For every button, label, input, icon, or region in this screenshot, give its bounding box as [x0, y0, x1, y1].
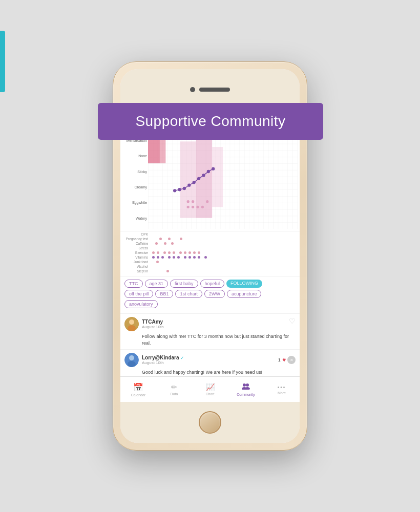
dot: [159, 238, 162, 240]
dot: [193, 256, 196, 259]
svg-point-24: [128, 325, 136, 331]
dot: [152, 256, 155, 259]
tag-bb1[interactable]: BB1: [155, 290, 173, 298]
avatar-ttcamy: [124, 317, 139, 331]
svg-point-6: [187, 206, 190, 208]
tab-data[interactable]: ✏ Data: [156, 383, 192, 396]
dot: [184, 256, 186, 259]
dot: [198, 251, 200, 254]
post-text-1: Follow along with me! TTC for 3 months n…: [142, 333, 296, 346]
dot: [173, 256, 175, 259]
dot: [184, 251, 186, 254]
post-meta-2: Lorry@Kindara ✓ August 10th: [142, 355, 275, 365]
calendar-icon: 📅: [133, 382, 143, 392]
tags-row-2: off the pill BB1 1st chart 2WW acupunctu…: [124, 290, 296, 298]
svg-point-28: [243, 383, 246, 387]
dot: [163, 251, 166, 254]
label-none: None: [123, 154, 147, 158]
purple-banner: Supportive Community: [98, 103, 323, 140]
tab-more[interactable]: ••• More: [264, 385, 300, 395]
date-2: August 10th: [142, 360, 275, 365]
svg-point-12: [206, 200, 208, 203]
dot: [168, 238, 171, 240]
tab-bar: 📅 Calendar ✏ Data 📈 Chart: [120, 376, 300, 402]
post-text-2: Good luck and happy charting! We are her…: [142, 369, 296, 376]
dot: [164, 242, 166, 245]
pregnancy-label: Pregnancy test: [122, 237, 148, 241]
tag-1st-chart[interactable]: 1st chart: [175, 290, 202, 298]
dot: [157, 256, 159, 259]
stress-row: Stress: [122, 246, 298, 250]
post-header-2: Lorry@Kindara ✓ August 10th 1 ♥ ✕: [124, 353, 296, 367]
caffeine-row: Caffeine: [122, 242, 298, 245]
tag-ttc[interactable]: TTC: [124, 280, 143, 288]
label-sticky: Sticky: [123, 170, 147, 174]
alcohol-label: Alcohol: [122, 265, 148, 268]
svg-point-9: [192, 200, 194, 203]
dot: [161, 256, 164, 259]
home-button[interactable]: [199, 411, 221, 434]
dot: [198, 256, 200, 259]
tag-hopeful[interactable]: hopeful: [200, 280, 225, 288]
tag-off-pill[interactable]: off the pill: [124, 290, 153, 298]
dot: [179, 251, 182, 254]
chart-icon: 📈: [206, 383, 215, 391]
following-button[interactable]: FOLLOWING: [226, 280, 262, 288]
svg-point-29: [246, 383, 249, 387]
sleptin-row: Slept in: [122, 269, 298, 273]
tag-age[interactable]: age 31: [145, 280, 169, 288]
tag-first-baby[interactable]: first baby: [170, 280, 198, 288]
username-1: TTCAmy: [142, 319, 286, 325]
tag-acupuncture[interactable]: acupuncture: [227, 290, 262, 298]
tab-chart[interactable]: 📈 Chart: [192, 383, 228, 396]
exercise-row: Exercise: [122, 251, 298, 254]
dot: [188, 256, 191, 259]
label-creamy: Creamy: [123, 185, 147, 189]
community-icon: [241, 382, 250, 392]
data-dots-section: OPK Pregnancy test Caffeine: [120, 231, 300, 276]
caffeine-label: Caffeine: [122, 242, 148, 245]
dot: [188, 251, 191, 254]
heart-icon-1[interactable]: ♡: [289, 317, 296, 325]
dot: [168, 251, 171, 254]
tab-calendar[interactable]: 📅 Calendar: [120, 382, 156, 397]
tag-2ww[interactable]: 2WW: [204, 290, 225, 298]
svg-point-27: [128, 361, 136, 367]
tab-data-label: Data: [171, 392, 178, 396]
dot: [152, 251, 155, 254]
svg-point-23: [129, 319, 134, 325]
tags-row-3: anovulatory: [124, 300, 296, 308]
heart-filled-icon[interactable]: ♥: [282, 356, 286, 364]
vitamins-row: Vitamins: [122, 255, 298, 259]
tag-anovulatory[interactable]: anovulatory: [124, 300, 158, 308]
dot: [193, 251, 196, 254]
close-button[interactable]: ✕: [287, 356, 296, 364]
svg-point-11: [201, 206, 204, 208]
pregnancy-row: Pregnancy test: [122, 237, 298, 241]
post-meta-1: TTCAmy August 10th: [142, 319, 286, 329]
teal-accent: [0, 31, 5, 92]
stress-label: Stress: [122, 246, 148, 250]
label-eggwhite: Eggwhite: [123, 201, 147, 205]
alcohol-row: Alcohol: [122, 265, 298, 268]
tab-calendar-label: Calendar: [131, 393, 145, 397]
banner-text: Supportive Community: [135, 113, 285, 130]
tab-community-label: Community: [237, 393, 255, 396]
svg-rect-4: [196, 136, 212, 218]
dot: [204, 256, 207, 259]
svg-point-8: [187, 200, 190, 203]
phone-screen: ‹ TTCAmy's chart MY CHARTS Menstruation …: [120, 110, 300, 402]
svg-point-7: [192, 206, 194, 208]
dot: [180, 238, 182, 240]
tab-community[interactable]: Community: [228, 382, 264, 396]
username-2: Lorry@Kindara ✓: [142, 355, 275, 360]
tab-more-label: More: [278, 391, 286, 395]
dot: [171, 242, 174, 245]
junkfood-row: Junk food: [122, 260, 298, 264]
avatar-kindara: [124, 353, 139, 367]
dot: [177, 256, 180, 259]
junkfood-label: Junk food: [122, 260, 148, 264]
svg-point-26: [129, 355, 134, 360]
heart-count: 1: [278, 357, 281, 362]
chart-body: [148, 131, 298, 229]
